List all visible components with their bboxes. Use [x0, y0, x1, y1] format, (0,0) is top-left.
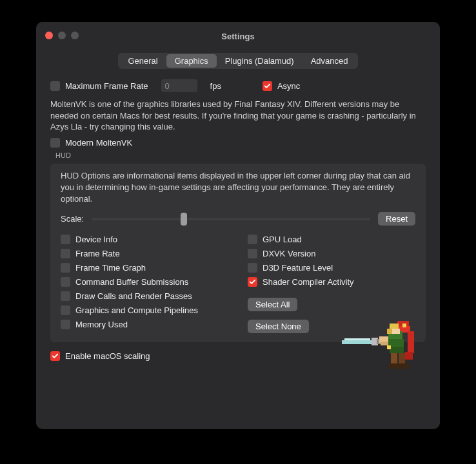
hud-item-label: Draw Calls and Render Passes	[75, 291, 192, 301]
sprite-icon	[342, 317, 419, 372]
minimize-icon[interactable]	[58, 32, 66, 39]
hud-item-label: DXVK Version	[263, 249, 315, 258]
scale-row: Scale: Reset	[61, 212, 415, 226]
settings-window: Settings General Graphics Plugins (Dalam…	[36, 22, 440, 429]
checkbox-icon	[248, 277, 257, 287]
hud-item-device-info[interactable]: Device Info	[61, 235, 228, 244]
fps-unit: fps	[210, 81, 221, 91]
checkbox-icon	[61, 291, 70, 301]
content: Maximum Frame Rate fps Async MoltenVK is…	[36, 73, 440, 429]
hud-item-dxvk-version[interactable]: DXVK Version	[248, 249, 415, 258]
max-fps-input[interactable]	[161, 79, 197, 92]
hud-item-label: Command Buffer Submissions	[75, 277, 188, 287]
hud-item-pipelines[interactable]: Graphics and Compute Pipelines	[61, 305, 228, 315]
hud-item-shader-compiler[interactable]: Shader Compiler Activity	[248, 277, 415, 287]
hud-item-label: Shader Compiler Activity	[263, 277, 354, 287]
maximize-icon[interactable]	[71, 32, 79, 39]
svg-rect-6	[408, 331, 414, 353]
svg-rect-18	[388, 363, 399, 369]
svg-rect-17	[399, 353, 405, 365]
checkbox-icon	[248, 263, 257, 273]
svg-rect-15	[392, 329, 400, 334]
checkbox-icon	[61, 277, 70, 287]
svg-rect-19	[399, 363, 409, 369]
async-check[interactable]: Async	[263, 81, 300, 91]
hud-item-label: Memory Used	[75, 320, 128, 329]
hud-fieldset: HUD Options are informational items disp…	[50, 164, 426, 343]
hud-legend: HUD	[50, 151, 426, 160]
window-title: Settings	[36, 32, 440, 41]
svg-rect-21	[387, 345, 391, 349]
checkbox-icon	[248, 249, 257, 258]
hud-item-label: Graphics and Compute Pipelines	[75, 305, 198, 315]
checkbox-icon	[50, 138, 60, 148]
tabbar-inner: General Graphics Plugins (Dalamud) Advan…	[118, 53, 357, 69]
hud-item-label: Device Info	[75, 235, 117, 244]
tab-general[interactable]: General	[119, 54, 166, 68]
max-fps-label: Maximum Frame Rate	[65, 81, 148, 91]
tabbar: General Graphics Plugins (Dalamud) Advan…	[36, 50, 440, 73]
svg-rect-20	[402, 324, 406, 327]
titlebar: Settings	[36, 22, 440, 50]
hud-item-gpu-load[interactable]: GPU Load	[248, 235, 415, 244]
modern-moltenvk-check[interactable]: Modern MoltenVK	[50, 138, 426, 148]
checkbox-icon	[50, 351, 60, 361]
slider-track	[92, 218, 370, 220]
reset-button[interactable]: Reset	[378, 212, 415, 226]
hud-item-memory[interactable]: Memory Used	[61, 320, 228, 329]
hud-item-label: GPU Load	[263, 235, 302, 244]
svg-rect-1	[344, 338, 370, 340]
checkbox-icon	[50, 81, 60, 91]
checkbox-icon	[61, 305, 70, 315]
hud-desc: HUD Options are informational items disp…	[61, 170, 415, 205]
checkbox-icon	[61, 263, 70, 273]
macos-scaling-label: Enable macOS scaling	[65, 351, 150, 361]
checkbox-icon	[61, 235, 70, 244]
tab-plugins[interactable]: Plugins (Dalamud)	[217, 54, 302, 68]
frame-rate-row: Maximum Frame Rate fps Async	[50, 79, 426, 92]
select-none-button[interactable]: Select None	[248, 320, 309, 333]
hud-item-d3d-feature[interactable]: D3D Feature Level	[248, 263, 415, 273]
checkbox-icon	[248, 235, 257, 244]
hud-left-col: Device Info Frame Rate Frame Time Graph …	[61, 235, 228, 333]
traffic-lights	[45, 32, 79, 39]
hud-item-cmd-buffer[interactable]: Command Buffer Submissions	[61, 277, 228, 287]
checkbox-icon	[263, 81, 272, 91]
slider-thumb[interactable]	[181, 213, 187, 226]
checkbox-icon	[61, 249, 70, 258]
close-icon[interactable]	[45, 32, 53, 39]
hud-item-label: D3D Feature Level	[263, 263, 333, 273]
checkbox-icon	[61, 320, 70, 329]
hud-item-frame-rate[interactable]: Frame Rate	[61, 249, 228, 258]
hud-item-draw-calls[interactable]: Draw Calls and Render Passes	[61, 291, 228, 301]
scale-label: Scale:	[61, 214, 84, 224]
svg-rect-16	[391, 353, 397, 365]
tab-advanced[interactable]: Advanced	[302, 54, 357, 68]
max-fps-check[interactable]: Maximum Frame Rate	[50, 81, 148, 91]
select-all-button[interactable]: Select All	[248, 298, 297, 311]
svg-rect-12	[381, 342, 388, 345]
svg-rect-0	[342, 340, 372, 344]
scale-slider[interactable]	[92, 213, 370, 225]
hud-item-frame-time-graph[interactable]: Frame Time Graph	[61, 263, 228, 273]
async-label: Async	[277, 81, 300, 91]
svg-rect-7	[405, 352, 413, 360]
hud-item-label: Frame Time Graph	[75, 263, 146, 273]
hud-item-label: Frame Rate	[75, 249, 120, 258]
tab-graphics[interactable]: Graphics	[166, 54, 217, 68]
svg-rect-10	[390, 347, 404, 353]
moltenvk-desc: MoltenVK is one of the graphics librarie…	[50, 99, 426, 133]
modern-moltenvk-label: Modern MoltenVK	[65, 138, 132, 148]
